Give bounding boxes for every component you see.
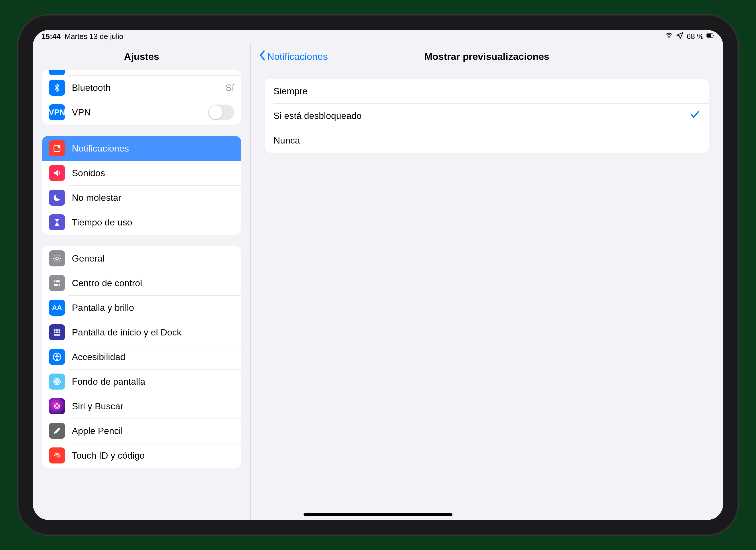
svg-rect-13 (58, 329, 60, 331)
bluetooth-label: Bluetooth (72, 82, 226, 93)
sidebar-item-vpn[interactable]: VPN VPN (42, 100, 241, 125)
sidebar-item-control-center[interactable]: Centro de control (42, 271, 241, 295)
svg-rect-15 (56, 332, 58, 333)
option-always[interactable]: Siempre (265, 79, 709, 103)
touch-id-icon (49, 448, 65, 464)
sidebar-group-general: General Centro de control AA Pantalla y … (42, 246, 241, 468)
sidebar-item-sounds[interactable]: Sonidos (42, 161, 241, 185)
back-label: Notificaciones (267, 51, 328, 62)
svg-rect-14 (54, 332, 55, 333)
sidebar-item-notifications[interactable]: Notificaciones (42, 136, 241, 161)
sidebar-item-bluetooth[interactable]: Bluetooth Sí (42, 75, 241, 100)
wallpaper-label: Fondo de pantalla (72, 377, 234, 387)
home-indicator[interactable] (304, 513, 452, 516)
general-icon (49, 250, 65, 266)
sidebar-item-home-dock[interactable]: Pantalla de inicio y el Dock (42, 320, 241, 345)
dnd-icon (49, 190, 65, 206)
display-icon: AA (49, 300, 65, 316)
pencil-label: Apple Pencil (72, 426, 234, 436)
sidebar-item-display[interactable]: AA Pantalla y brillo (42, 295, 241, 320)
status-date: Martes 13 de julio (65, 32, 123, 41)
svg-rect-2 (707, 34, 711, 37)
option-never[interactable]: Nunca (265, 128, 709, 153)
chevron-left-icon (259, 50, 266, 63)
accessibility-label: Accesibilidad (72, 352, 234, 362)
unknown-icon (49, 70, 65, 75)
svg-point-0 (668, 37, 670, 38)
siri-icon (49, 398, 65, 414)
detail-header: Notificaciones Mostrar previsualizacione… (251, 43, 723, 70)
screen: 15:44 Martes 13 de julio 68 % (33, 30, 723, 520)
ipad-frame: 15:44 Martes 13 de julio 68 % (17, 14, 739, 536)
detail-pane: Notificaciones Mostrar previsualizacione… (251, 43, 723, 520)
general-label: General (72, 253, 234, 264)
sidebar-item-wallpaper[interactable]: Fondo de pantalla (42, 369, 241, 394)
sidebar: Ajustes Bluetooth Sí (33, 43, 251, 520)
sidebar-item-touch-id[interactable]: Touch ID y código (42, 443, 241, 468)
sidebar-item-siri[interactable]: Siri y Buscar (42, 394, 241, 419)
battery-icon (706, 31, 714, 42)
screen-time-icon (49, 214, 65, 230)
notifications-icon (49, 140, 65, 156)
option-never-label: Nunca (273, 135, 300, 146)
sidebar-item-accessibility[interactable]: Accesibilidad (42, 345, 241, 369)
back-button[interactable]: Notificaciones (259, 50, 328, 63)
svg-rect-11 (54, 329, 55, 331)
svg-rect-16 (58, 332, 60, 333)
vpn-icon: VPN (49, 104, 65, 120)
sidebar-group-notifications: Notificaciones Sonidos No (42, 136, 241, 234)
location-icon (676, 31, 684, 42)
svg-point-5 (58, 145, 60, 148)
home-dock-label: Pantalla de inicio y el Dock (72, 327, 234, 338)
svg-point-10 (58, 284, 59, 285)
bluetooth-value: Sí (226, 82, 234, 93)
status-bar: 15:44 Martes 13 de julio 68 % (33, 30, 723, 43)
svg-point-24 (54, 404, 60, 409)
screen-time-label: Tiempo de uso (72, 217, 234, 228)
svg-rect-12 (56, 329, 58, 331)
home-dock-icon (49, 324, 65, 340)
svg-point-25 (56, 405, 59, 408)
preview-options-group: Siempre Si está desbloqueado Nunca (265, 79, 709, 153)
wallpaper-icon (49, 374, 65, 390)
sidebar-item-screen-time[interactable]: Tiempo de uso (42, 210, 241, 234)
svg-point-6 (56, 257, 58, 259)
control-center-label: Centro de control (72, 278, 234, 289)
sidebar-item-pencil[interactable]: Apple Pencil (42, 419, 241, 443)
status-time: 15:44 (42, 32, 61, 41)
notifications-label: Notificaciones (72, 143, 234, 154)
accessibility-icon (49, 349, 65, 365)
sidebar-item-dnd[interactable]: No molestar (42, 185, 241, 210)
svg-point-19 (56, 354, 58, 356)
svg-point-20 (56, 381, 58, 382)
svg-rect-3 (713, 35, 714, 36)
sounds-icon (49, 165, 65, 181)
vpn-label: VPN (72, 107, 208, 118)
control-center-icon (49, 275, 65, 291)
bluetooth-icon (49, 80, 65, 96)
svg-rect-17 (54, 334, 60, 336)
siri-label: Siri y Buscar (72, 401, 234, 412)
battery-percentage: 68 % (687, 32, 704, 41)
option-when-unlocked[interactable]: Si está desbloqueado (265, 103, 709, 128)
pencil-icon (49, 423, 65, 439)
sidebar-item-unknown-top[interactable] (42, 70, 241, 75)
detail-title: Mostrar previsualizaciones (424, 51, 550, 62)
sounds-label: Sonidos (72, 168, 234, 178)
vpn-switch[interactable] (208, 104, 234, 120)
option-always-label: Siempre (273, 86, 308, 96)
dnd-label: No molestar (72, 192, 234, 203)
sidebar-group-connectivity: Bluetooth Sí VPN VPN (42, 70, 241, 125)
display-label: Pantalla y brillo (72, 303, 234, 313)
touch-id-label: Touch ID y código (72, 450, 234, 461)
svg-point-9 (55, 281, 56, 282)
sidebar-item-general[interactable]: General (42, 246, 241, 271)
sidebar-title: Ajustes (33, 43, 250, 70)
wifi-icon (665, 31, 673, 42)
option-when-unlocked-label: Si está desbloqueado (273, 111, 362, 121)
checkmark-icon (690, 109, 700, 122)
